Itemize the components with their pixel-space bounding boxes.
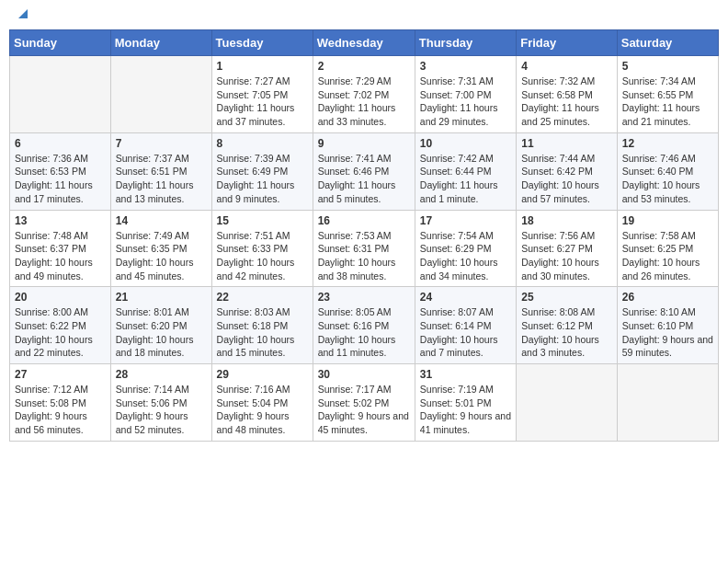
calendar-cell: 7Sunrise: 7:37 AM Sunset: 6:51 PM Daylig… [110,132,211,210]
calendar-cell: 24Sunrise: 8:07 AM Sunset: 6:14 PM Dayli… [415,287,516,364]
week-row-3: 13Sunrise: 7:48 AM Sunset: 6:37 PM Dayli… [10,210,719,287]
day-number: 19 [622,214,713,227]
calendar-cell: 31Sunrise: 7:19 AM Sunset: 5:01 PM Dayli… [415,364,516,442]
weekday-tuesday: Tuesday [211,30,313,56]
logo [13,9,31,22]
calendar-cell: 6Sunrise: 7:36 AM Sunset: 6:53 PM Daylig… [10,132,111,210]
cell-content: Sunrise: 7:32 AM Sunset: 6:58 PM Dayligh… [521,75,612,129]
cell-content: Sunrise: 7:49 AM Sunset: 6:35 PM Dayligh… [116,229,207,283]
day-number: 7 [116,137,207,150]
calendar-cell: 17Sunrise: 7:54 AM Sunset: 6:29 PM Dayli… [415,210,516,287]
cell-content: Sunrise: 8:03 AM Sunset: 6:18 PM Dayligh… [217,305,308,360]
page-header [9,9,719,22]
cell-content: Sunrise: 7:39 AM Sunset: 6:49 PM Dayligh… [217,152,308,206]
calendar-cell: 30Sunrise: 7:17 AM Sunset: 5:02 PM Dayli… [313,364,415,442]
cell-content: Sunrise: 8:07 AM Sunset: 6:14 PM Dayligh… [420,305,511,360]
cell-content: Sunrise: 7:27 AM Sunset: 7:05 PM Dayligh… [217,75,308,129]
calendar-cell: 10Sunrise: 7:42 AM Sunset: 6:44 PM Dayli… [415,132,516,210]
calendar-cell: 20Sunrise: 8:00 AM Sunset: 6:22 PM Dayli… [10,287,111,364]
weekday-saturday: Saturday [617,30,718,56]
day-number: 11 [521,137,612,150]
weekday-monday: Monday [110,30,211,56]
day-number: 1 [217,60,308,73]
week-row-1: 1Sunrise: 7:27 AM Sunset: 7:05 PM Daylig… [10,56,719,133]
day-number: 26 [622,291,713,304]
day-number: 12 [622,137,713,150]
day-number: 9 [318,137,410,150]
calendar-cell: 5Sunrise: 7:34 AM Sunset: 6:55 PM Daylig… [617,56,718,133]
weekday-friday: Friday [517,30,618,56]
svg-marker-0 [18,9,28,18]
day-number: 30 [318,368,410,381]
cell-content: Sunrise: 7:29 AM Sunset: 7:02 PM Dayligh… [318,75,410,129]
cell-content: Sunrise: 7:34 AM Sunset: 6:55 PM Dayligh… [622,75,713,129]
day-number: 10 [420,137,511,150]
day-number: 22 [217,291,308,304]
calendar-cell: 8Sunrise: 7:39 AM Sunset: 6:49 PM Daylig… [211,132,313,210]
cell-content: Sunrise: 7:14 AM Sunset: 5:06 PM Dayligh… [116,383,207,437]
cell-content: Sunrise: 8:01 AM Sunset: 6:20 PM Dayligh… [116,305,207,360]
calendar-cell [617,364,718,442]
day-number: 6 [15,137,106,150]
calendar-cell: 12Sunrise: 7:46 AM Sunset: 6:40 PM Dayli… [617,132,718,210]
cell-content: Sunrise: 7:53 AM Sunset: 6:31 PM Dayligh… [318,229,410,283]
calendar-cell: 16Sunrise: 7:53 AM Sunset: 6:31 PM Dayli… [313,210,415,287]
day-number: 8 [217,137,308,150]
cell-content: Sunrise: 7:41 AM Sunset: 6:46 PM Dayligh… [318,152,410,206]
day-number: 28 [116,368,207,381]
day-number: 3 [420,60,511,73]
calendar-cell: 19Sunrise: 7:58 AM Sunset: 6:25 PM Dayli… [617,210,718,287]
calendar-cell: 29Sunrise: 7:16 AM Sunset: 5:04 PM Dayli… [211,364,313,442]
calendar-cell [10,56,111,133]
day-number: 25 [521,291,612,304]
calendar-cell: 9Sunrise: 7:41 AM Sunset: 6:46 PM Daylig… [313,132,415,210]
cell-content: Sunrise: 8:08 AM Sunset: 6:12 PM Dayligh… [521,305,612,360]
day-number: 31 [420,368,511,381]
cell-content: Sunrise: 7:12 AM Sunset: 5:08 PM Dayligh… [15,383,106,437]
cell-content: Sunrise: 7:17 AM Sunset: 5:02 PM Dayligh… [318,383,410,437]
cell-content: Sunrise: 7:54 AM Sunset: 6:29 PM Dayligh… [420,229,511,283]
day-number: 27 [15,368,106,381]
calendar-cell: 11Sunrise: 7:44 AM Sunset: 6:42 PM Dayli… [517,132,618,210]
day-number: 14 [116,214,207,227]
day-number: 17 [420,214,511,227]
day-number: 15 [217,214,308,227]
calendar-cell: 1Sunrise: 7:27 AM Sunset: 7:05 PM Daylig… [211,56,313,133]
weekday-sunday: Sunday [10,30,111,56]
calendar-cell: 13Sunrise: 7:48 AM Sunset: 6:37 PM Dayli… [10,210,111,287]
weekday-thursday: Thursday [415,30,516,56]
day-number: 18 [521,214,612,227]
calendar-cell: 28Sunrise: 7:14 AM Sunset: 5:06 PM Dayli… [110,364,211,442]
calendar-table: SundayMondayTuesdayWednesdayThursdayFrid… [9,29,719,442]
cell-content: Sunrise: 7:37 AM Sunset: 6:51 PM Dayligh… [116,152,207,206]
logo-icon [15,6,31,22]
day-number: 29 [217,368,308,381]
cell-content: Sunrise: 7:31 AM Sunset: 7:00 PM Dayligh… [420,75,511,129]
day-number: 5 [622,60,713,73]
cell-content: Sunrise: 8:05 AM Sunset: 6:16 PM Dayligh… [318,305,410,360]
day-number: 13 [15,214,106,227]
calendar-cell: 14Sunrise: 7:49 AM Sunset: 6:35 PM Dayli… [110,210,211,287]
calendar-cell: 23Sunrise: 8:05 AM Sunset: 6:16 PM Dayli… [313,287,415,364]
calendar-cell: 22Sunrise: 8:03 AM Sunset: 6:18 PM Dayli… [211,287,313,364]
cell-content: Sunrise: 7:44 AM Sunset: 6:42 PM Dayligh… [521,152,612,206]
week-row-5: 27Sunrise: 7:12 AM Sunset: 5:08 PM Dayli… [10,364,719,442]
day-number: 4 [521,60,612,73]
calendar-cell: 25Sunrise: 8:08 AM Sunset: 6:12 PM Dayli… [517,287,618,364]
cell-content: Sunrise: 7:56 AM Sunset: 6:27 PM Dayligh… [521,229,612,283]
day-number: 20 [15,291,106,304]
cell-content: Sunrise: 7:36 AM Sunset: 6:53 PM Dayligh… [15,152,106,206]
cell-content: Sunrise: 7:19 AM Sunset: 5:01 PM Dayligh… [420,383,511,437]
cell-content: Sunrise: 7:48 AM Sunset: 6:37 PM Dayligh… [15,229,106,283]
calendar-cell [110,56,211,133]
cell-content: Sunrise: 8:10 AM Sunset: 6:10 PM Dayligh… [622,305,713,360]
day-number: 16 [318,214,410,227]
calendar-cell [517,364,618,442]
calendar-cell: 26Sunrise: 8:10 AM Sunset: 6:10 PM Dayli… [617,287,718,364]
cell-content: Sunrise: 7:46 AM Sunset: 6:40 PM Dayligh… [622,152,713,206]
cell-content: Sunrise: 7:16 AM Sunset: 5:04 PM Dayligh… [217,383,308,437]
week-row-4: 20Sunrise: 8:00 AM Sunset: 6:22 PM Dayli… [10,287,719,364]
day-number: 2 [318,60,410,73]
calendar-cell: 4Sunrise: 7:32 AM Sunset: 6:58 PM Daylig… [517,56,618,133]
calendar-cell: 15Sunrise: 7:51 AM Sunset: 6:33 PM Dayli… [211,210,313,287]
